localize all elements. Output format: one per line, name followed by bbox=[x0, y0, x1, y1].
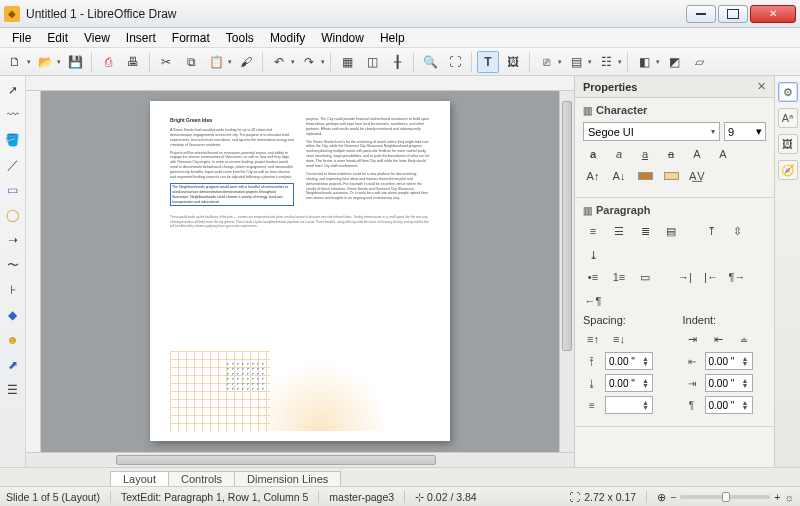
menu-help[interactable]: Help bbox=[372, 30, 413, 46]
menu-modify[interactable]: Modify bbox=[262, 30, 313, 46]
numbering-button[interactable]: 1≡ bbox=[609, 268, 629, 286]
rtl-button[interactable]: ←¶ bbox=[583, 292, 603, 310]
arrange-button[interactable]: ▤ bbox=[565, 51, 587, 73]
valign-middle-button[interactable]: ⇳ bbox=[727, 222, 747, 240]
italic-button[interactable]: a bbox=[609, 145, 629, 163]
increase-font-button[interactable]: A↑ bbox=[583, 167, 603, 185]
underline-button[interactable]: a bbox=[635, 145, 655, 163]
menu-tools[interactable]: Tools bbox=[218, 30, 262, 46]
align-justify-button[interactable]: ▤ bbox=[661, 222, 681, 240]
window-close-button[interactable] bbox=[750, 5, 796, 23]
line-color-tool[interactable]: 〰 bbox=[3, 105, 23, 125]
rect-tool[interactable]: ▭ bbox=[3, 180, 23, 200]
basic-shapes-tool[interactable]: ◆ bbox=[3, 305, 23, 325]
dock-styles-icon[interactable]: Aᵃ bbox=[778, 108, 798, 128]
align-left-button[interactable]: ≡ bbox=[583, 222, 603, 240]
inc-para-spacing-button[interactable]: ≡↑ bbox=[583, 330, 603, 348]
image-button[interactable]: 🖼 bbox=[502, 51, 524, 73]
panel-close-icon[interactable]: ✕ bbox=[757, 80, 766, 93]
export-pdf-button[interactable]: ⎙ bbox=[97, 51, 119, 73]
ellipse-tool[interactable]: ◯ bbox=[3, 205, 23, 225]
undo-button[interactable]: ↶ bbox=[268, 51, 290, 73]
menu-edit[interactable]: Edit bbox=[39, 30, 76, 46]
horizontal-scrollbar[interactable] bbox=[26, 452, 574, 467]
menu-window[interactable]: Window bbox=[313, 30, 372, 46]
zoom-tool-button[interactable]: 🔍 bbox=[419, 51, 441, 73]
window-minimize-button[interactable] bbox=[686, 5, 716, 23]
zoom-page-button[interactable]: ⛶ bbox=[444, 51, 466, 73]
indent-first-input[interactable]: 0.00 "▲▼ bbox=[705, 396, 753, 414]
hanging-indent-button[interactable]: ⫨ bbox=[735, 330, 755, 348]
ltr-button[interactable]: ¶→ bbox=[727, 268, 747, 286]
decrease-font-button[interactable]: A↓ bbox=[609, 167, 629, 185]
selected-text-frame[interactable]: The Neighbourhoods program would work wi… bbox=[170, 183, 294, 207]
align-center-button[interactable]: ☰ bbox=[609, 222, 629, 240]
page-canvas[interactable]: Bright Green Idea A Green Seeds fund wou… bbox=[150, 101, 450, 441]
arrow-tool[interactable]: ➝ bbox=[3, 230, 23, 250]
filter-button[interactable]: ▱ bbox=[688, 51, 710, 73]
vertical-scrollbar[interactable] bbox=[559, 91, 574, 452]
font-color-button[interactable] bbox=[635, 167, 655, 185]
select-tool[interactable]: ➚ bbox=[3, 80, 23, 100]
highlight-color-button[interactable] bbox=[661, 167, 681, 185]
zoom-value[interactable]: ☼ bbox=[784, 491, 794, 503]
cut-button[interactable]: ✂ bbox=[155, 51, 177, 73]
shadow-text-button[interactable]: A bbox=[687, 145, 707, 163]
guides-button[interactable]: ╂ bbox=[386, 51, 408, 73]
copy-button[interactable]: ⧉ bbox=[180, 51, 202, 73]
outline-text-button[interactable]: A bbox=[713, 145, 733, 163]
new-button[interactable]: 🗋 bbox=[4, 51, 26, 73]
menu-format[interactable]: Format bbox=[164, 30, 218, 46]
connector-tool[interactable]: ⊦ bbox=[3, 280, 23, 300]
menu-file[interactable]: File bbox=[4, 30, 39, 46]
dock-properties-icon[interactable]: ⚙ bbox=[778, 82, 798, 102]
window-maximize-button[interactable] bbox=[718, 5, 748, 23]
dock-navigator-icon[interactable]: 🧭 bbox=[778, 160, 798, 180]
text-tool-button[interactable]: T bbox=[477, 51, 499, 73]
print-button[interactable]: 🖶 bbox=[122, 51, 144, 73]
font-size-spin[interactable]: 9▾ bbox=[724, 122, 766, 141]
space-below-input[interactable]: 0.00 "▲▼ bbox=[605, 374, 653, 392]
paste-button[interactable]: 📋 bbox=[205, 51, 227, 73]
flowchart-tool[interactable]: ☰ bbox=[3, 380, 23, 400]
indent-before-input[interactable]: 0.00 "▲▼ bbox=[705, 352, 753, 370]
decrease-indent-button[interactable]: |← bbox=[701, 268, 721, 286]
grid-button[interactable]: ▦ bbox=[336, 51, 358, 73]
shadow-button[interactable]: ◧ bbox=[633, 51, 655, 73]
bg-color-button[interactable]: ▭ bbox=[635, 268, 655, 286]
symbol-shapes-tool[interactable]: ☻ bbox=[3, 330, 23, 350]
line-tool[interactable]: ／ bbox=[3, 155, 23, 175]
font-name-combo[interactable]: Segoe UI▾ bbox=[583, 122, 720, 141]
dock-gallery-icon[interactable]: 🖼 bbox=[778, 134, 798, 154]
block-arrows-tool[interactable]: ⬈ bbox=[3, 355, 23, 375]
space-above-input[interactable]: 0.00 "▲▼ bbox=[605, 352, 653, 370]
menu-insert[interactable]: Insert bbox=[118, 30, 164, 46]
save-button[interactable]: 💾 bbox=[64, 51, 86, 73]
tab-controls[interactable]: Controls bbox=[168, 471, 235, 486]
line-spacing-input[interactable]: ▲▼ bbox=[605, 396, 653, 414]
distribute-button[interactable]: ☷ bbox=[595, 51, 617, 73]
tab-layout[interactable]: Layout bbox=[110, 471, 169, 486]
indent-after-input[interactable]: 0.00 "▲▼ bbox=[705, 374, 753, 392]
vertical-ruler[interactable] bbox=[26, 91, 41, 452]
tab-dimension-lines[interactable]: Dimension Lines bbox=[234, 471, 341, 486]
curve-tool[interactable]: 〜 bbox=[3, 255, 23, 275]
snap-button[interactable]: ◫ bbox=[361, 51, 383, 73]
clone-format-button[interactable]: 🖌 bbox=[235, 51, 257, 73]
open-button[interactable]: 📂 bbox=[34, 51, 56, 73]
zoom-control[interactable]: ⊕ − + ☼ bbox=[657, 491, 794, 503]
character-spacing-button[interactable]: A͟V bbox=[687, 167, 707, 185]
zoom-slider[interactable] bbox=[680, 495, 770, 499]
dec-indent-button[interactable]: ⇤ bbox=[709, 330, 729, 348]
bold-button[interactable]: a bbox=[583, 145, 603, 163]
increase-indent-button[interactable]: →| bbox=[675, 268, 695, 286]
strikethrough-button[interactable]: a bbox=[661, 145, 681, 163]
fill-color-tool[interactable]: 🪣 bbox=[3, 130, 23, 150]
zoom-fit-icon[interactable]: ⊕ bbox=[657, 491, 666, 503]
dec-para-spacing-button[interactable]: ≡↓ bbox=[609, 330, 629, 348]
inc-indent-button[interactable]: ⇥ bbox=[683, 330, 703, 348]
crop-button[interactable]: ◩ bbox=[663, 51, 685, 73]
valign-bottom-button[interactable]: ⤓ bbox=[583, 246, 603, 264]
menu-view[interactable]: View bbox=[76, 30, 118, 46]
horizontal-ruler[interactable] bbox=[26, 76, 574, 91]
